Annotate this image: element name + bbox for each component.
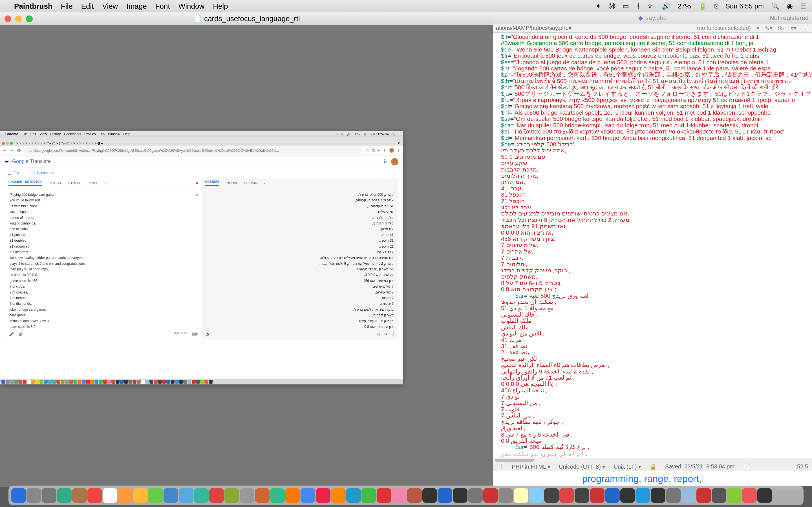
menu-help[interactable]: Help bbox=[213, 2, 228, 11]
mini-dock bbox=[0, 379, 403, 384]
hamburger-icon: ☰ bbox=[5, 159, 9, 164]
volume-icon[interactable]: 🔊 bbox=[662, 2, 670, 10]
dock-app[interactable] bbox=[163, 488, 178, 503]
speaker-icon: 🔊 bbox=[18, 332, 23, 336]
dock-app[interactable] bbox=[696, 488, 711, 503]
spotlight-icon[interactable]: 🔍 bbox=[771, 2, 779, 10]
file-path[interactable]: ations/MAMP/htdocs/say.php bbox=[496, 25, 569, 31]
dock-app[interactable] bbox=[42, 488, 56, 503]
dock-app[interactable] bbox=[209, 488, 224, 503]
zoom-button[interactable] bbox=[26, 15, 33, 22]
paintbrush-canvas[interactable]: Chrome File Edit View History Bookmarks … bbox=[0, 25, 493, 487]
dock-app[interactable] bbox=[453, 488, 467, 503]
dock-app[interactable] bbox=[727, 488, 742, 503]
app-name[interactable]: Paintbrush bbox=[14, 2, 52, 11]
dock-app[interactable] bbox=[574, 488, 589, 503]
dock-app[interactable] bbox=[194, 488, 209, 503]
dock-app[interactable] bbox=[605, 488, 620, 503]
menu-file[interactable]: File bbox=[61, 2, 73, 11]
dock-app[interactable] bbox=[392, 488, 407, 503]
dock-app[interactable] bbox=[57, 488, 71, 503]
display-icon[interactable]: ▭ bbox=[622, 2, 629, 10]
wifi-icon[interactable]: ᯤ bbox=[648, 2, 654, 10]
dock-app[interactable] bbox=[179, 488, 193, 503]
copy-icon[interactable]: ⎘▾ bbox=[778, 25, 785, 32]
dock-app[interactable] bbox=[529, 488, 544, 503]
bluetooth-icon[interactable]: ᚼ bbox=[637, 2, 640, 10]
cursor-position: 52,5 bbox=[797, 463, 808, 470]
dock-app[interactable] bbox=[651, 488, 665, 503]
dock-app[interactable] bbox=[422, 488, 437, 503]
clock[interactable]: Sun 6:55 pm bbox=[725, 2, 764, 10]
menu-font[interactable]: Font bbox=[155, 2, 170, 11]
menu-view[interactable]: View bbox=[102, 2, 118, 11]
dock-app[interactable] bbox=[103, 488, 117, 503]
dock-app[interactable] bbox=[27, 488, 41, 503]
dock-app[interactable] bbox=[590, 488, 605, 503]
dock-app[interactable] bbox=[499, 488, 513, 503]
dock-app[interactable] bbox=[270, 488, 285, 503]
dock-app[interactable] bbox=[285, 488, 300, 503]
autocomplete-suggestions[interactable]: programming, range, report, bbox=[493, 471, 812, 486]
dock-app[interactable] bbox=[148, 488, 163, 503]
dock-app[interactable] bbox=[407, 488, 422, 503]
dock-app[interactable] bbox=[240, 488, 254, 503]
dock-app[interactable] bbox=[712, 488, 726, 503]
encoding-selector[interactable]: Unicode (UTF-8) ▾ bbox=[559, 463, 605, 470]
dock-app[interactable] bbox=[483, 488, 498, 503]
chrome-tabstrip: ✎ ✎ ✎ ✎ ✎ ✎ ✎ ✎ ✎ ✎ ◯ • ◯ ✉ | ◯ • ◯ ✎ ✎ … bbox=[0, 137, 403, 146]
menu-window[interactable]: Window bbox=[179, 2, 204, 11]
dock-app[interactable] bbox=[72, 488, 87, 503]
language-selector[interactable]: PHP in HTML ▾ bbox=[512, 463, 550, 470]
copy-icon: ⎘ bbox=[377, 332, 380, 336]
dock-app[interactable] bbox=[620, 488, 635, 503]
url-field bbox=[24, 147, 363, 154]
notifications-icon[interactable]: ☰ bbox=[800, 2, 806, 10]
battery-percent[interactable]: 27% bbox=[677, 2, 691, 10]
tray-icon[interactable]: ✦ bbox=[596, 2, 601, 10]
dock-app[interactable] bbox=[438, 488, 452, 503]
pencil-icon[interactable]: ✎▾ bbox=[765, 25, 772, 32]
menu-edit[interactable]: Edit bbox=[81, 2, 94, 11]
dock-app[interactable] bbox=[11, 488, 26, 503]
edit-icon: ✎ bbox=[384, 332, 388, 336]
tab-documents: 📄Documents bbox=[28, 169, 57, 177]
dock-app[interactable] bbox=[514, 488, 528, 503]
close-button[interactable] bbox=[4, 15, 11, 22]
hash-icon[interactable]: #▾ bbox=[791, 25, 797, 32]
function-selector[interactable]: (no function selected) bbox=[697, 25, 751, 32]
dock[interactable] bbox=[8, 486, 804, 505]
control-center-icon[interactable]: ⎘ bbox=[714, 2, 718, 10]
dock-app[interactable] bbox=[224, 488, 239, 503]
battery-icon[interactable]: 🔋 bbox=[698, 2, 707, 10]
dock-app[interactable] bbox=[133, 488, 148, 503]
siri-icon[interactable]: ◉ bbox=[787, 2, 793, 10]
dock-app[interactable] bbox=[666, 488, 680, 503]
dock-app[interactable] bbox=[681, 488, 696, 503]
forward-icon: → bbox=[10, 148, 14, 153]
dock-app[interactable] bbox=[742, 488, 757, 503]
dock-app[interactable] bbox=[118, 488, 133, 503]
code-area[interactable]: $it="Giocando a un gioco di carte da 500… bbox=[493, 33, 812, 458]
dock-app[interactable] bbox=[468, 488, 483, 503]
dock-app[interactable] bbox=[331, 488, 346, 503]
dock-app[interactable] bbox=[255, 488, 269, 503]
dock-app[interactable] bbox=[301, 488, 315, 503]
dock-app[interactable] bbox=[544, 488, 559, 503]
line-ending-selector[interactable]: Unix (LF) ▾ bbox=[613, 463, 641, 470]
dock-app[interactable] bbox=[346, 488, 361, 503]
dock-app[interactable] bbox=[377, 488, 391, 503]
dock-app[interactable] bbox=[636, 488, 650, 503]
minimize-button[interactable] bbox=[15, 15, 22, 22]
tray-icon[interactable]: Ⓜ bbox=[608, 2, 615, 11]
dock-app[interactable] bbox=[87, 488, 102, 503]
dock-app[interactable] bbox=[316, 488, 331, 503]
menu-image[interactable]: Image bbox=[126, 2, 147, 11]
dock-app[interactable] bbox=[361, 488, 376, 503]
dock-app[interactable] bbox=[559, 488, 574, 503]
keyboard-icon: ⌨ bbox=[192, 332, 198, 336]
dock-app[interactable] bbox=[757, 488, 772, 503]
mic-icon: 🎤 bbox=[9, 332, 14, 336]
chevron-down-icon: ⌄ bbox=[104, 181, 107, 185]
doc-icon[interactable]: 📄 bbox=[802, 25, 809, 32]
